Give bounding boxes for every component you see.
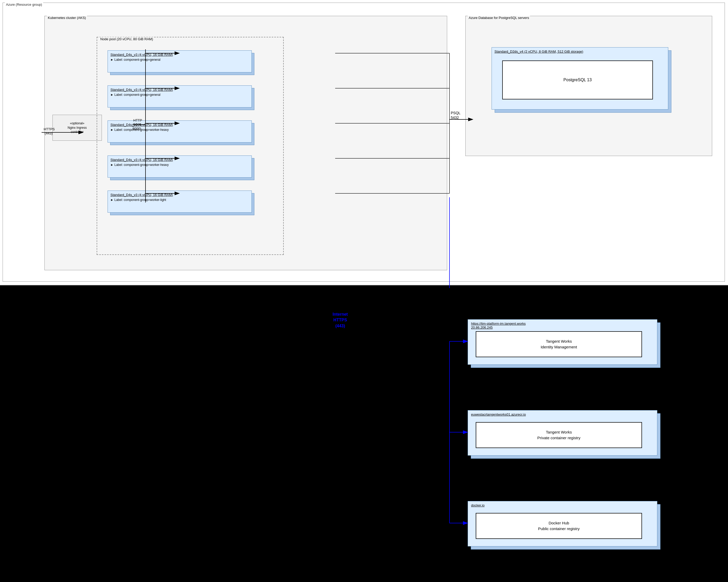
node-4-label: ► Label: component-group=worker-heavy — [110, 163, 168, 167]
ext-service-registry: euwestacrtangentworks01.azurecr.io Tange… — [468, 410, 662, 462]
docker-url: docker.io — [471, 503, 654, 507]
node-5-title: Standard_D4s_v3 (4 vCPU, 16 GiB RAM) — [110, 193, 249, 197]
pg-card-title: Standard_D2ds_v4 (2 vCPU, 8 GiB RAM, 512… — [492, 48, 668, 55]
azure-resource-group: Azure (Resource group) Kubernetes cluste… — [3, 3, 725, 282]
node-card-3: Standard_D4s_v3 (4 vCPU, 16 GiB RAM) ► L… — [108, 120, 253, 145]
node-card-5: Standard_D4s_v3 (4 vCPU, 16 GiB RAM) ► L… — [108, 191, 253, 215]
node-1-title: Standard_D4s_v3 (4 vCPU, 16 GiB RAM) — [110, 53, 249, 57]
node-card-3-front: Standard_D4s_v3 (4 vCPU, 16 GiB RAM) ► L… — [108, 120, 252, 142]
pg-inner: PostgreSQL 13 — [502, 60, 653, 100]
node-2-title: Standard_D4s_v3 (4 vCPU, 16 GiB RAM) — [110, 88, 249, 92]
identity-inner: Tangent Works Identity Management — [476, 331, 642, 357]
docker-inner: Docker Hub Public container registry — [476, 513, 642, 539]
ext-service-identity: https://tim-platform-im.tangent.works 20… — [468, 319, 662, 371]
node-card-1: Standard_D4s_v3 (4 vCPU, 16 GiB RAM) ► L… — [108, 50, 253, 75]
pg-card: Standard_D2ds_v4 (2 vCPU, 8 GiB RAM, 512… — [492, 47, 673, 115]
node-5-label: ► Label: component-group=worker-light — [110, 198, 166, 202]
ext-service-identity-front: https://tim-platform-im.tangent.works 20… — [468, 319, 657, 365]
node-3-label: ► Label: component-group=worker-heavy — [110, 128, 168, 132]
identity-url: https://tim-platform-im.tangent.works 20… — [471, 322, 654, 329]
node-pool-label: Node pool (20 vCPU, 80 GiB RAM) — [99, 37, 154, 41]
nginx-line2: Nginx Ingress — [68, 126, 86, 130]
ext-service-docker: docker.io Docker Hub Public container re… — [468, 501, 662, 553]
node-4-title: Standard_D4s_v3 (4 vCPU, 16 GiB RAM) — [110, 158, 249, 162]
pg-inner-label: PostgreSQL 13 — [564, 78, 592, 82]
node-1-label: ► Label: component-group=general — [110, 58, 160, 61]
nginx-ingress-box: «optional» Nginx Ingress controller — [52, 115, 102, 141]
azure-db-label: Azure Database for PostgreSQL servers — [468, 16, 530, 20]
k8s-label: Kubernetes cluster (AKS) — [47, 16, 87, 20]
nginx-line3: controller — [71, 130, 83, 134]
k8s-cluster: Kubernetes cluster (AKS) «optional» Ngin… — [45, 16, 447, 270]
node-card-2-front: Standard_D4s_v3 (4 vCPU, 16 GiB RAM) ► L… — [108, 85, 252, 108]
node-card-2: Standard_D4s_v3 (4 vCPU, 16 GiB RAM) ► L… — [108, 85, 253, 110]
ext-service-docker-front: docker.io Docker Hub Public container re… — [468, 501, 657, 547]
node-2-label: ► Label: component-group=general — [110, 93, 160, 96]
node-3-title: Standard_D4s_v3 (4 vCPU, 16 GiB RAM) — [110, 123, 249, 127]
ext-service-registry-front: euwestacrtangentworks01.azurecr.io Tange… — [468, 410, 657, 455]
node-card-1-front: Standard_D4s_v3 (4 vCPU, 16 GiB RAM) ► L… — [108, 50, 252, 73]
pg-card-front: Standard_D2ds_v4 (2 vCPU, 8 GiB RAM, 512… — [492, 47, 668, 110]
registry-inner: Tangent Works Private container registry — [476, 422, 642, 448]
azure-rg-label: Azure (Resource group) — [5, 3, 43, 6]
node-card-4-front: Standard_D4s_v3 (4 vCPU, 16 GiB RAM) ► L… — [108, 156, 252, 177]
node-pool: Node pool (20 vCPU, 80 GiB RAM) Standard… — [97, 37, 284, 255]
azure-db-box: Azure Database for PostgreSQL servers St… — [465, 16, 712, 156]
internet-label: Internet HTTPS (443) — [333, 311, 348, 329]
registry-url: euwestacrtangentworks01.azurecr.io — [471, 413, 654, 416]
nginx-line1: «optional» — [70, 121, 84, 126]
node-card-4: Standard_D4s_v3 (4 vCPU, 16 GiB RAM) ► L… — [108, 156, 253, 180]
node-card-5-front: Standard_D4s_v3 (4 vCPU, 16 GiB RAM) ► L… — [108, 191, 252, 213]
